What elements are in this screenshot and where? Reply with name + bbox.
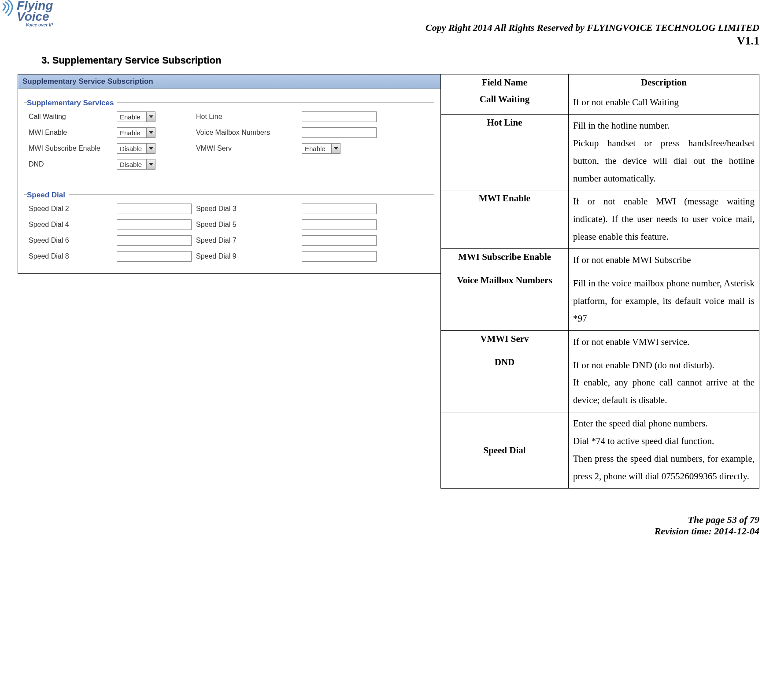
page-number: The page 53 of 79: [655, 514, 759, 526]
supp-services-heading: Supplementary Services: [27, 99, 117, 107]
table-row: Speed Dial Enter the speed dial phone nu…: [441, 412, 759, 489]
logo: Flying Voice Voice over IP: [0, 0, 53, 27]
speed-dial-8-label: Speed Dial 8: [29, 252, 112, 260]
mwi-subscribe-label: MWI Subscribe Enable: [29, 144, 112, 152]
vmwi-serv-select[interactable]: Enable: [302, 143, 340, 154]
speed-dial-7-input[interactable]: [302, 235, 377, 246]
speed-dial-4-input[interactable]: [117, 219, 192, 230]
section-heading: 3. Supplementary Service Subscription: [41, 55, 759, 66]
speed-dial-3-label: Speed Dial 3: [196, 205, 297, 213]
speed-dial-4-label: Speed Dial 4: [29, 221, 112, 229]
settings-screenshot: Supplementary Service Subscription Suppl…: [18, 74, 440, 274]
call-waiting-label: Call Waiting: [29, 113, 112, 121]
speed-dial-2-input[interactable]: [117, 204, 192, 214]
panel-title: Supplementary Service Subscription: [18, 74, 440, 89]
revision-time: Revision time: 2014-12-04: [655, 526, 759, 537]
chevron-down-icon: [331, 144, 340, 153]
speed-dial-3-input[interactable]: [302, 204, 377, 214]
table-header-desc: Description: [569, 74, 759, 91]
chevron-down-icon: [146, 112, 155, 122]
table-row: VMWI Serv If or not enable VMWI service.: [441, 330, 759, 354]
hot-line-input[interactable]: [302, 111, 377, 122]
speed-dial-5-input[interactable]: [302, 219, 377, 230]
chevron-down-icon: [146, 144, 155, 153]
table-row: Hot Line Fill in the hotline number.Pick…: [441, 114, 759, 190]
header: Copy Right 2014 All Rights Reserved by F…: [18, 0, 759, 48]
call-waiting-select[interactable]: Enable: [117, 111, 155, 122]
speed-dial-9-label: Speed Dial 9: [196, 252, 297, 260]
speed-dial-6-label: Speed Dial 6: [29, 237, 112, 244]
voice-mailbox-label: Voice Mailbox Numbers: [196, 129, 297, 137]
speed-dial-2-label: Speed Dial 2: [29, 205, 112, 213]
chevron-down-icon: [146, 128, 155, 137]
svg-marker-0: [149, 115, 153, 118]
table-row: Call Waiting If or not enable Call Waiti…: [441, 91, 759, 115]
speed-dial-8-input[interactable]: [117, 251, 192, 262]
sound-wave-icon: [0, 0, 15, 19]
vmwi-serv-label: VMWI Serv: [196, 144, 297, 152]
table-header-field: Field Name: [441, 74, 569, 91]
table-row: DND If or not enable DND (do not disturb…: [441, 354, 759, 412]
speed-dial-5-label: Speed Dial 5: [196, 221, 297, 229]
mwi-enable-label: MWI Enable: [29, 129, 112, 137]
mwi-subscribe-select[interactable]: Disable: [117, 143, 155, 154]
logo-line2: Voice: [17, 11, 53, 22]
dnd-select[interactable]: Disable: [117, 159, 155, 170]
copyright-text: Copy Right 2014 All Rights Reserved by F…: [18, 22, 759, 33]
svg-marker-2: [149, 147, 153, 150]
speed-dial-heading: Speed Dial: [27, 191, 69, 200]
table-row: MWI Enable If or not enable MWI (message…: [441, 190, 759, 249]
chevron-down-icon: [146, 159, 155, 169]
hot-line-label: Hot Line: [196, 113, 297, 121]
speed-dial-6-input[interactable]: [117, 235, 192, 246]
table-row: MWI Subscribe Enable If or not enable MW…: [441, 249, 759, 272]
footer: The page 53 of 79 Revision time: 2014-12…: [655, 514, 759, 537]
logo-sub: Voice over IP: [17, 23, 53, 27]
voice-mailbox-input[interactable]: [302, 127, 377, 138]
svg-marker-3: [334, 147, 338, 150]
table-row: Voice Mailbox Numbers Fill in the voice …: [441, 272, 759, 331]
speed-dial-7-label: Speed Dial 7: [196, 237, 297, 244]
svg-marker-4: [149, 163, 153, 166]
mwi-enable-select[interactable]: Enable: [117, 127, 155, 138]
version-text: V1.1: [18, 34, 759, 48]
description-table: Field Name Description Call Waiting If o…: [440, 74, 759, 489]
speed-dial-9-input[interactable]: [302, 251, 377, 262]
svg-marker-1: [149, 131, 153, 134]
dnd-label: DND: [29, 160, 112, 168]
